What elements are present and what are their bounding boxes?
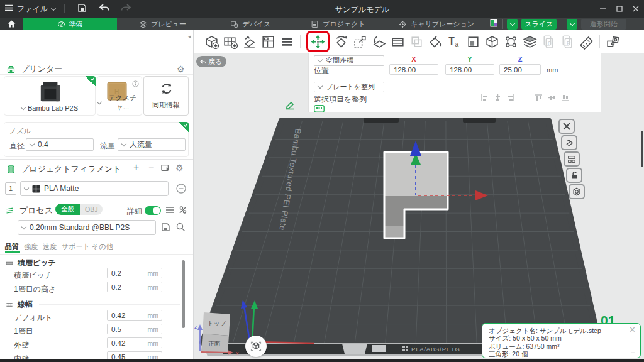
plate-info-icon[interactable] xyxy=(132,79,139,90)
rotate-tool-icon[interactable] xyxy=(333,34,349,50)
filament-sync-icon[interactable] xyxy=(161,163,170,175)
process-preset-select[interactable]: 0.20mm Standard @BBL P2S xyxy=(18,220,156,235)
process-tab-quality[interactable]: 品質 xyxy=(5,242,19,251)
search-preset-icon[interactable] xyxy=(176,222,186,234)
scale-tool-icon[interactable] xyxy=(352,34,368,50)
align-top-button[interactable] xyxy=(534,93,543,102)
filament-settings-gear-icon[interactable]: ⚙ xyxy=(175,163,184,172)
save-icon[interactable] xyxy=(77,3,87,14)
param-list-icon[interactable] xyxy=(165,206,174,217)
sidebar-scrollbar[interactable] xyxy=(182,260,185,328)
printer-settings-gear-icon[interactable]: ⚙ xyxy=(177,65,185,74)
param-input[interactable]: 0.42mm xyxy=(107,337,162,348)
print-button[interactable]: 造形開始 xyxy=(581,19,626,30)
move-tool-icon[interactable] xyxy=(310,34,326,50)
align-left-button[interactable] xyxy=(480,93,489,102)
delete-plate-button[interactable] xyxy=(558,119,575,134)
process-tab-speed[interactable]: 速度 xyxy=(43,242,57,251)
advanced-toggle[interactable] xyxy=(145,206,161,215)
lay-on-face-icon[interactable] xyxy=(371,34,387,50)
sync-info-card[interactable]: 同期情報 xyxy=(143,76,189,116)
close-button[interactable] xyxy=(628,0,644,18)
assembly-icon[interactable] xyxy=(605,34,621,50)
tab-device[interactable]: デバイス xyxy=(208,18,293,30)
add-filament-button[interactable]: + xyxy=(133,162,139,173)
process-tab-others[interactable]: その他 xyxy=(92,242,113,251)
orientation-front-label: 正面 xyxy=(208,340,221,347)
position-z-input[interactable]: 25.00 xyxy=(499,64,541,75)
deform-icon[interactable] xyxy=(503,34,519,50)
param-input[interactable]: 0.2mm xyxy=(107,268,162,278)
lock-plate-button[interactable] xyxy=(566,168,582,183)
nozzle-flow-select[interactable]: 大流量 xyxy=(118,138,186,151)
slice-button[interactable]: スライス xyxy=(521,19,557,30)
align-center-h-button[interactable] xyxy=(493,93,502,102)
sidebar-collapse-handle[interactable]: ◂ xyxy=(188,33,194,40)
redo-icon[interactable] xyxy=(121,4,131,14)
cut-tool-icon[interactable] xyxy=(390,34,406,50)
file-menu-chevron-icon[interactable] xyxy=(51,5,56,10)
printer-card[interactable]: Bambu Lab P2S xyxy=(4,76,96,116)
maximize-button[interactable] xyxy=(611,0,628,18)
print-dropdown-button[interactable] xyxy=(567,19,577,30)
plate-type-card[interactable]: H テクスチャ... xyxy=(97,76,142,116)
process-tab-support[interactable]: サポート xyxy=(62,242,90,251)
tab-project[interactable]: プロジェクト xyxy=(293,18,383,30)
filament-select[interactable]: PLA Matte xyxy=(20,181,169,196)
paint-tool-icon[interactable] xyxy=(428,34,443,50)
param-input[interactable]: 0.2mm xyxy=(107,282,162,292)
hamburger-icon[interactable] xyxy=(5,4,13,13)
variable-layer-height-icon[interactable] xyxy=(522,34,538,50)
file-menu[interactable]: ファイル xyxy=(17,4,48,14)
back-button[interactable]: 戻る xyxy=(196,56,226,67)
add-plate-icon[interactable] xyxy=(223,34,238,50)
nozzle-diameter-select[interactable]: 0.4 xyxy=(26,138,94,151)
process-tab-strength[interactable]: 強度 xyxy=(24,242,38,251)
align-plate-select[interactable]: プレートを整列 xyxy=(314,82,384,92)
text-tool-icon[interactable]: Ta xyxy=(447,34,462,50)
modifier-icon[interactable] xyxy=(465,34,481,50)
param-input[interactable]: 0.5mm xyxy=(107,324,162,334)
align-center-v-button[interactable] xyxy=(547,93,557,102)
slice-dropdown-button[interactable] xyxy=(507,19,518,30)
plate-layout-button[interactable] xyxy=(564,151,580,167)
tab-calibration[interactable]: キャリブレーション xyxy=(383,18,490,30)
plate-edit-pencil-icon[interactable] xyxy=(286,101,296,112)
window-bottom-edge xyxy=(0,359,644,362)
remove-filament-button[interactable]: − xyxy=(148,162,154,173)
line-width-icon xyxy=(5,300,14,309)
split-to-objects-icon[interactable] xyxy=(260,34,276,50)
nozzle-flow-label: 流量 xyxy=(100,141,115,151)
plate-settings-button[interactable] xyxy=(569,184,585,199)
process-scope-global[interactable]: 全般 xyxy=(55,204,80,215)
info-close-icon[interactable]: ✕ xyxy=(629,326,636,334)
auto-arrange-icon[interactable] xyxy=(242,34,257,50)
align-right-button[interactable] xyxy=(506,93,516,102)
filament-remove-circle-icon[interactable] xyxy=(176,184,186,196)
param-input[interactable]: 0.42mm xyxy=(107,310,162,321)
coordinate-space-select[interactable]: 空間座標 xyxy=(314,55,384,66)
filament-color-icon xyxy=(32,185,40,193)
process-scope-objects[interactable]: OBJ xyxy=(80,204,103,215)
tab-prepare[interactable]: 準備 xyxy=(23,18,117,30)
viewport-scrollbar[interactable] xyxy=(641,131,643,167)
viewport-3d[interactable]: Bambu Textured PEI Plate PLA/ABS/PETG xyxy=(194,30,644,362)
position-y-input[interactable]: 128.00 xyxy=(445,64,494,75)
add-object-icon[interactable] xyxy=(204,34,219,50)
tab-preview[interactable]: プレビュー xyxy=(117,18,208,30)
undo-icon[interactable] xyxy=(99,4,109,14)
align-bottom-button[interactable] xyxy=(560,93,570,102)
position-x-input[interactable]: 128.00 xyxy=(389,64,438,75)
measure-icon[interactable] xyxy=(579,34,594,50)
home-button[interactable] xyxy=(0,18,23,30)
multi-plate-icon[interactable] xyxy=(489,18,499,30)
save-preset-icon[interactable] xyxy=(161,222,170,234)
split-to-parts-icon[interactable] xyxy=(279,34,295,50)
info-collapse-icon[interactable]: − xyxy=(631,349,635,356)
customize-icon[interactable] xyxy=(179,206,187,217)
move-tool-highlight xyxy=(306,31,330,52)
minimize-button[interactable] xyxy=(595,0,611,18)
arrange-plate-button[interactable] xyxy=(561,135,577,150)
view-navigation-button[interactable] xyxy=(245,336,267,357)
cut-cube-icon[interactable] xyxy=(484,34,500,50)
